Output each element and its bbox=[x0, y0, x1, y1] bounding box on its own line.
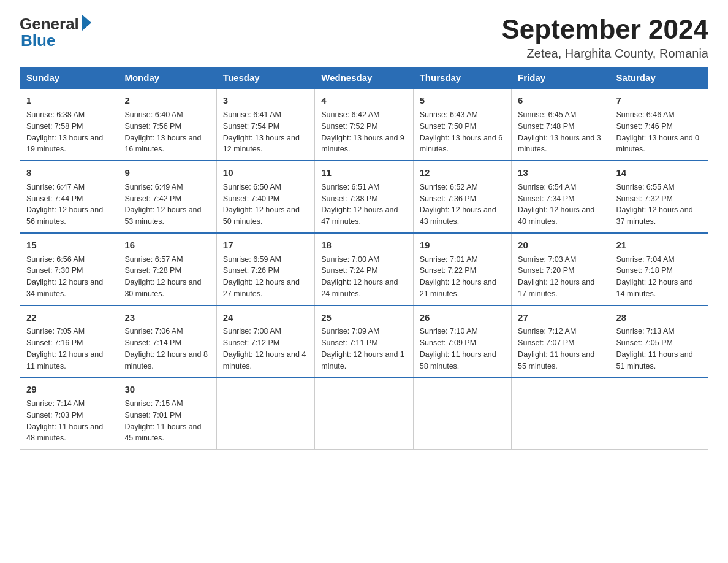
calendar-day-cell: 17Sunrise: 6:59 AMSunset: 7:26 PMDayligh… bbox=[216, 233, 314, 305]
calendar-day-cell: 14Sunrise: 6:55 AMSunset: 7:32 PMDayligh… bbox=[610, 161, 708, 233]
calendar-day-cell bbox=[216, 377, 314, 449]
day-number: 25 bbox=[321, 311, 406, 324]
calendar-day-cell bbox=[315, 377, 413, 449]
day-of-week-header: Saturday bbox=[610, 67, 708, 89]
calendar-day-cell: 12Sunrise: 6:52 AMSunset: 7:36 PMDayligh… bbox=[413, 161, 511, 233]
calendar-week-row: 29Sunrise: 7:14 AMSunset: 7:03 PMDayligh… bbox=[20, 377, 708, 449]
day-info: Sunrise: 6:43 AMSunset: 7:50 PMDaylight:… bbox=[420, 109, 505, 155]
calendar-week-row: 22Sunrise: 7:05 AMSunset: 7:16 PMDayligh… bbox=[20, 305, 708, 378]
calendar-day-cell: 18Sunrise: 7:00 AMSunset: 7:24 PMDayligh… bbox=[315, 233, 413, 305]
logo: General Blue bbox=[20, 15, 91, 50]
day-number: 14 bbox=[616, 166, 702, 180]
calendar-day-cell: 23Sunrise: 7:06 AMSunset: 7:14 PMDayligh… bbox=[118, 305, 216, 378]
day-number: 19 bbox=[420, 239, 505, 252]
day-info: Sunrise: 7:15 AMSunset: 7:01 PMDaylight:… bbox=[124, 398, 210, 444]
calendar-day-cell: 2Sunrise: 6:40 AMSunset: 7:56 PMDaylight… bbox=[118, 88, 216, 161]
day-info: Sunrise: 7:12 AMSunset: 7:07 PMDaylight:… bbox=[518, 326, 603, 372]
calendar-header-row: SundayMondayTuesdayWednesdayThursdayFrid… bbox=[20, 67, 708, 89]
calendar-table: SundayMondayTuesdayWednesdayThursdayFrid… bbox=[20, 67, 708, 450]
calendar-day-cell: 26Sunrise: 7:10 AMSunset: 7:09 PMDayligh… bbox=[413, 305, 511, 378]
day-number: 4 bbox=[321, 94, 406, 107]
calendar-day-cell bbox=[512, 377, 610, 449]
day-of-week-header: Thursday bbox=[413, 67, 511, 89]
day-info: Sunrise: 7:13 AMSunset: 7:05 PMDaylight:… bbox=[616, 326, 702, 372]
logo-arrow-icon bbox=[82, 14, 91, 31]
day-info: Sunrise: 6:42 AMSunset: 7:52 PMDaylight:… bbox=[321, 109, 406, 155]
day-number: 30 bbox=[124, 383, 210, 396]
day-info: Sunrise: 6:40 AMSunset: 7:56 PMDaylight:… bbox=[124, 109, 210, 155]
calendar-day-cell: 6Sunrise: 6:45 AMSunset: 7:48 PMDaylight… bbox=[512, 88, 610, 161]
day-number: 28 bbox=[616, 311, 702, 324]
day-number: 15 bbox=[26, 239, 112, 252]
calendar-day-cell: 30Sunrise: 7:15 AMSunset: 7:01 PMDayligh… bbox=[118, 377, 216, 449]
day-number: 2 bbox=[124, 94, 210, 107]
calendar-week-row: 15Sunrise: 6:56 AMSunset: 7:30 PMDayligh… bbox=[20, 233, 708, 305]
day-info: Sunrise: 6:50 AMSunset: 7:40 PMDaylight:… bbox=[223, 182, 308, 228]
calendar-day-cell: 13Sunrise: 6:54 AMSunset: 7:34 PMDayligh… bbox=[512, 161, 610, 233]
day-number: 16 bbox=[124, 239, 210, 252]
page-header: General Blue September 2024 Zetea, Hargh… bbox=[20, 15, 708, 61]
day-info: Sunrise: 7:10 AMSunset: 7:09 PMDaylight:… bbox=[420, 326, 505, 372]
day-number: 17 bbox=[223, 239, 308, 252]
day-info: Sunrise: 7:08 AMSunset: 7:12 PMDaylight:… bbox=[223, 326, 308, 372]
day-info: Sunrise: 6:54 AMSunset: 7:34 PMDaylight:… bbox=[518, 182, 603, 228]
day-info: Sunrise: 6:57 AMSunset: 7:28 PMDaylight:… bbox=[124, 254, 210, 300]
day-info: Sunrise: 6:59 AMSunset: 7:26 PMDaylight:… bbox=[223, 254, 308, 300]
day-of-week-header: Monday bbox=[118, 67, 216, 89]
calendar-day-cell: 16Sunrise: 6:57 AMSunset: 7:28 PMDayligh… bbox=[118, 233, 216, 305]
day-number: 23 bbox=[124, 311, 210, 324]
calendar-day-cell: 10Sunrise: 6:50 AMSunset: 7:40 PMDayligh… bbox=[216, 161, 314, 233]
calendar-week-row: 1Sunrise: 6:38 AMSunset: 7:58 PMDaylight… bbox=[20, 88, 708, 161]
day-of-week-header: Wednesday bbox=[315, 67, 413, 89]
day-number: 21 bbox=[616, 239, 702, 252]
day-info: Sunrise: 7:14 AMSunset: 7:03 PMDaylight:… bbox=[26, 398, 112, 444]
day-number: 10 bbox=[223, 166, 308, 180]
day-info: Sunrise: 7:05 AMSunset: 7:16 PMDaylight:… bbox=[26, 326, 112, 372]
day-info: Sunrise: 7:04 AMSunset: 7:18 PMDaylight:… bbox=[616, 254, 702, 300]
day-info: Sunrise: 6:49 AMSunset: 7:42 PMDaylight:… bbox=[124, 182, 210, 228]
title-block: September 2024 Zetea, Harghita County, R… bbox=[501, 15, 708, 61]
day-number: 6 bbox=[518, 94, 603, 107]
calendar-day-cell: 29Sunrise: 7:14 AMSunset: 7:03 PMDayligh… bbox=[20, 377, 118, 449]
day-number: 11 bbox=[321, 166, 406, 180]
day-info: Sunrise: 7:09 AMSunset: 7:11 PMDaylight:… bbox=[321, 326, 406, 372]
day-number: 3 bbox=[223, 94, 308, 107]
calendar-day-cell: 7Sunrise: 6:46 AMSunset: 7:46 PMDaylight… bbox=[610, 88, 708, 161]
day-info: Sunrise: 6:41 AMSunset: 7:54 PMDaylight:… bbox=[223, 109, 308, 155]
day-info: Sunrise: 6:45 AMSunset: 7:48 PMDaylight:… bbox=[518, 109, 603, 155]
day-info: Sunrise: 6:51 AMSunset: 7:38 PMDaylight:… bbox=[321, 182, 406, 228]
calendar-day-cell: 21Sunrise: 7:04 AMSunset: 7:18 PMDayligh… bbox=[610, 233, 708, 305]
calendar-day-cell: 27Sunrise: 7:12 AMSunset: 7:07 PMDayligh… bbox=[512, 305, 610, 378]
day-number: 9 bbox=[124, 166, 210, 180]
day-of-week-header: Friday bbox=[512, 67, 610, 89]
calendar-day-cell: 24Sunrise: 7:08 AMSunset: 7:12 PMDayligh… bbox=[216, 305, 314, 378]
logo-blue-text: Blue bbox=[21, 31, 55, 50]
day-number: 22 bbox=[26, 311, 112, 324]
day-info: Sunrise: 7:00 AMSunset: 7:24 PMDaylight:… bbox=[321, 254, 406, 300]
calendar-day-cell: 8Sunrise: 6:47 AMSunset: 7:44 PMDaylight… bbox=[20, 161, 118, 233]
day-number: 12 bbox=[420, 166, 505, 180]
day-of-week-header: Sunday bbox=[20, 67, 118, 89]
day-number: 29 bbox=[26, 383, 112, 396]
location-subtitle: Zetea, Harghita County, Romania bbox=[501, 47, 708, 61]
day-info: Sunrise: 6:38 AMSunset: 7:58 PMDaylight:… bbox=[26, 109, 112, 155]
calendar-day-cell: 22Sunrise: 7:05 AMSunset: 7:16 PMDayligh… bbox=[20, 305, 118, 378]
day-info: Sunrise: 7:03 AMSunset: 7:20 PMDaylight:… bbox=[518, 254, 603, 300]
month-year-title: September 2024 bbox=[501, 15, 708, 44]
calendar-day-cell: 20Sunrise: 7:03 AMSunset: 7:20 PMDayligh… bbox=[512, 233, 610, 305]
day-number: 1 bbox=[26, 94, 112, 107]
calendar-day-cell: 4Sunrise: 6:42 AMSunset: 7:52 PMDaylight… bbox=[315, 88, 413, 161]
day-number: 5 bbox=[420, 94, 505, 107]
calendar-week-row: 8Sunrise: 6:47 AMSunset: 7:44 PMDaylight… bbox=[20, 161, 708, 233]
calendar-day-cell bbox=[610, 377, 708, 449]
calendar-day-cell: 5Sunrise: 6:43 AMSunset: 7:50 PMDaylight… bbox=[413, 88, 511, 161]
day-number: 27 bbox=[518, 311, 603, 324]
day-info: Sunrise: 7:01 AMSunset: 7:22 PMDaylight:… bbox=[420, 254, 505, 300]
calendar-day-cell: 15Sunrise: 6:56 AMSunset: 7:30 PMDayligh… bbox=[20, 233, 118, 305]
calendar-day-cell bbox=[413, 377, 511, 449]
calendar-day-cell: 28Sunrise: 7:13 AMSunset: 7:05 PMDayligh… bbox=[610, 305, 708, 378]
calendar-day-cell: 19Sunrise: 7:01 AMSunset: 7:22 PMDayligh… bbox=[413, 233, 511, 305]
day-number: 18 bbox=[321, 239, 406, 252]
day-number: 26 bbox=[420, 311, 505, 324]
calendar-day-cell: 9Sunrise: 6:49 AMSunset: 7:42 PMDaylight… bbox=[118, 161, 216, 233]
